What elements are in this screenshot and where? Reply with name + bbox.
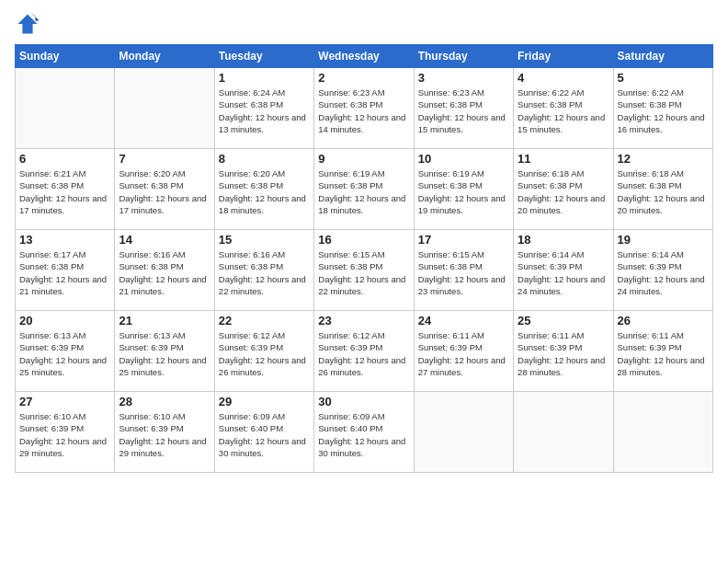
day-info: Sunrise: 6:15 AM Sunset: 6:38 PM Dayligh… xyxy=(418,248,509,297)
week-row-2: 6Sunrise: 6:21 AM Sunset: 6:38 PM Daylig… xyxy=(16,149,713,230)
calendar-cell: 13Sunrise: 6:17 AM Sunset: 6:38 PM Dayli… xyxy=(16,230,115,311)
weekday-header-saturday: Saturday xyxy=(613,45,712,68)
day-info: Sunrise: 6:24 AM Sunset: 6:38 PM Dayligh… xyxy=(219,86,310,135)
day-info: Sunrise: 6:14 AM Sunset: 6:39 PM Dayligh… xyxy=(518,248,609,297)
day-number: 27 xyxy=(19,395,110,408)
calendar-cell: 9Sunrise: 6:19 AM Sunset: 6:38 PM Daylig… xyxy=(314,149,414,230)
day-info: Sunrise: 6:23 AM Sunset: 6:38 PM Dayligh… xyxy=(418,86,509,135)
header xyxy=(15,11,713,37)
day-number: 18 xyxy=(518,233,609,247)
day-number: 10 xyxy=(418,152,509,166)
calendar-cell: 24Sunrise: 6:11 AM Sunset: 6:39 PM Dayli… xyxy=(414,311,513,392)
weekday-header-tuesday: Tuesday xyxy=(214,45,313,68)
day-info: Sunrise: 6:19 AM Sunset: 6:38 PM Dayligh… xyxy=(318,167,409,216)
day-info: Sunrise: 6:15 AM Sunset: 6:38 PM Dayligh… xyxy=(318,248,409,297)
day-number: 30 xyxy=(318,395,409,408)
day-number: 1 xyxy=(219,71,310,85)
day-number: 16 xyxy=(318,233,409,247)
calendar-cell: 16Sunrise: 6:15 AM Sunset: 6:38 PM Dayli… xyxy=(314,230,414,311)
weekday-header-monday: Monday xyxy=(115,45,214,68)
week-row-4: 20Sunrise: 6:13 AM Sunset: 6:39 PM Dayli… xyxy=(16,311,713,392)
calendar-cell: 17Sunrise: 6:15 AM Sunset: 6:38 PM Dayli… xyxy=(414,230,513,311)
calendar-cell: 15Sunrise: 6:16 AM Sunset: 6:38 PM Dayli… xyxy=(214,230,313,311)
day-number: 13 xyxy=(19,233,110,247)
day-number: 19 xyxy=(618,233,709,247)
calendar-cell xyxy=(613,392,712,473)
calendar-cell: 29Sunrise: 6:09 AM Sunset: 6:40 PM Dayli… xyxy=(214,392,313,473)
calendar-cell: 26Sunrise: 6:11 AM Sunset: 6:39 PM Dayli… xyxy=(613,311,712,392)
weekday-header-row: SundayMondayTuesdayWednesdayThursdayFrid… xyxy=(16,45,713,68)
calendar-cell xyxy=(16,68,115,149)
calendar-cell: 18Sunrise: 6:14 AM Sunset: 6:39 PM Dayli… xyxy=(514,230,613,311)
calendar-cell xyxy=(514,392,613,473)
day-info: Sunrise: 6:12 AM Sunset: 6:39 PM Dayligh… xyxy=(219,329,310,378)
day-info: Sunrise: 6:11 AM Sunset: 6:39 PM Dayligh… xyxy=(518,329,609,378)
day-info: Sunrise: 6:13 AM Sunset: 6:39 PM Dayligh… xyxy=(119,329,210,378)
day-info: Sunrise: 6:18 AM Sunset: 6:38 PM Dayligh… xyxy=(518,167,609,216)
day-number: 21 xyxy=(119,314,210,327)
calendar-cell xyxy=(414,392,513,473)
week-row-3: 13Sunrise: 6:17 AM Sunset: 6:38 PM Dayli… xyxy=(16,230,713,311)
day-info: Sunrise: 6:11 AM Sunset: 6:39 PM Dayligh… xyxy=(618,329,709,378)
day-number: 23 xyxy=(318,314,409,327)
calendar-cell: 12Sunrise: 6:18 AM Sunset: 6:38 PM Dayli… xyxy=(613,149,712,230)
day-number: 29 xyxy=(219,395,310,408)
calendar-cell: 4Sunrise: 6:22 AM Sunset: 6:38 PM Daylig… xyxy=(514,68,613,149)
day-number: 4 xyxy=(518,71,609,85)
day-number: 24 xyxy=(418,314,509,327)
calendar-cell: 5Sunrise: 6:22 AM Sunset: 6:38 PM Daylig… xyxy=(613,68,712,149)
day-number: 3 xyxy=(418,71,509,85)
calendar-cell: 28Sunrise: 6:10 AM Sunset: 6:39 PM Dayli… xyxy=(115,392,214,473)
day-number: 5 xyxy=(618,71,709,85)
day-info: Sunrise: 6:14 AM Sunset: 6:39 PM Dayligh… xyxy=(618,248,709,297)
day-number: 2 xyxy=(318,71,409,85)
calendar-cell: 11Sunrise: 6:18 AM Sunset: 6:38 PM Dayli… xyxy=(514,149,613,230)
calendar-cell: 3Sunrise: 6:23 AM Sunset: 6:38 PM Daylig… xyxy=(414,68,513,149)
logo xyxy=(15,11,44,37)
week-row-5: 27Sunrise: 6:10 AM Sunset: 6:39 PM Dayli… xyxy=(16,392,713,473)
day-number: 6 xyxy=(19,152,110,166)
day-info: Sunrise: 6:12 AM Sunset: 6:39 PM Dayligh… xyxy=(318,329,409,378)
calendar-cell: 14Sunrise: 6:16 AM Sunset: 6:38 PM Dayli… xyxy=(115,230,214,311)
weekday-header-friday: Friday xyxy=(514,45,613,68)
calendar-cell: 2Sunrise: 6:23 AM Sunset: 6:38 PM Daylig… xyxy=(314,68,414,149)
day-info: Sunrise: 6:11 AM Sunset: 6:39 PM Dayligh… xyxy=(418,329,509,378)
page: SundayMondayTuesdayWednesdayThursdayFrid… xyxy=(0,0,728,563)
day-info: Sunrise: 6:09 AM Sunset: 6:40 PM Dayligh… xyxy=(318,410,409,459)
day-number: 26 xyxy=(618,314,709,327)
calendar-cell: 22Sunrise: 6:12 AM Sunset: 6:39 PM Dayli… xyxy=(214,311,313,392)
day-info: Sunrise: 6:20 AM Sunset: 6:38 PM Dayligh… xyxy=(119,167,210,216)
day-number: 25 xyxy=(518,314,609,327)
day-number: 12 xyxy=(618,152,709,166)
calendar-cell: 8Sunrise: 6:20 AM Sunset: 6:38 PM Daylig… xyxy=(214,149,313,230)
calendar-cell: 23Sunrise: 6:12 AM Sunset: 6:39 PM Dayli… xyxy=(314,311,414,392)
day-info: Sunrise: 6:18 AM Sunset: 6:38 PM Dayligh… xyxy=(618,167,709,216)
day-info: Sunrise: 6:16 AM Sunset: 6:38 PM Dayligh… xyxy=(219,248,310,297)
day-info: Sunrise: 6:22 AM Sunset: 6:38 PM Dayligh… xyxy=(618,86,709,135)
calendar-table: SundayMondayTuesdayWednesdayThursdayFrid… xyxy=(15,44,713,473)
calendar-cell: 1Sunrise: 6:24 AM Sunset: 6:38 PM Daylig… xyxy=(214,68,313,149)
day-number: 22 xyxy=(219,314,310,327)
calendar-cell: 19Sunrise: 6:14 AM Sunset: 6:39 PM Dayli… xyxy=(613,230,712,311)
day-info: Sunrise: 6:13 AM Sunset: 6:39 PM Dayligh… xyxy=(19,329,110,378)
day-number: 14 xyxy=(119,233,210,247)
day-number: 7 xyxy=(119,152,210,166)
svg-marker-0 xyxy=(18,15,38,34)
day-info: Sunrise: 6:22 AM Sunset: 6:38 PM Dayligh… xyxy=(518,86,609,135)
calendar-cell: 27Sunrise: 6:10 AM Sunset: 6:39 PM Dayli… xyxy=(16,392,115,473)
day-info: Sunrise: 6:23 AM Sunset: 6:38 PM Dayligh… xyxy=(318,86,409,135)
weekday-header-sunday: Sunday xyxy=(16,45,115,68)
day-number: 8 xyxy=(219,152,310,166)
day-number: 15 xyxy=(219,233,310,247)
calendar-cell: 25Sunrise: 6:11 AM Sunset: 6:39 PM Dayli… xyxy=(514,311,613,392)
day-info: Sunrise: 6:19 AM Sunset: 6:38 PM Dayligh… xyxy=(418,167,509,216)
day-number: 9 xyxy=(318,152,409,166)
calendar-cell: 7Sunrise: 6:20 AM Sunset: 6:38 PM Daylig… xyxy=(115,149,214,230)
day-number: 17 xyxy=(418,233,509,247)
calendar-cell: 20Sunrise: 6:13 AM Sunset: 6:39 PM Dayli… xyxy=(16,311,115,392)
week-row-1: 1Sunrise: 6:24 AM Sunset: 6:38 PM Daylig… xyxy=(16,68,713,149)
day-number: 20 xyxy=(19,314,110,327)
day-number: 11 xyxy=(518,152,609,166)
day-info: Sunrise: 6:21 AM Sunset: 6:38 PM Dayligh… xyxy=(19,167,110,216)
day-info: Sunrise: 6:16 AM Sunset: 6:38 PM Dayligh… xyxy=(119,248,210,297)
